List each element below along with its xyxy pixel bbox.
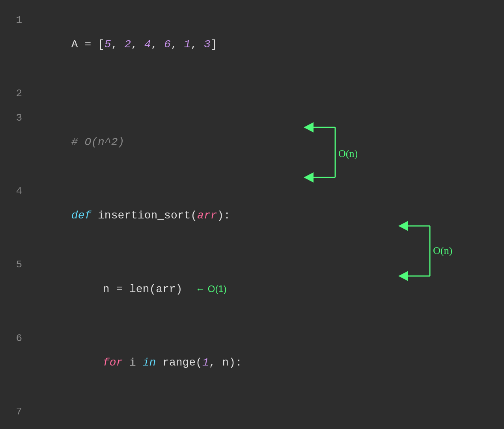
code-line-3: 3 # O(n^2) [0, 106, 504, 179]
line-content-3: # O(n^2) [32, 106, 504, 179]
line-num-3: 3 [0, 106, 32, 130]
code-line-5: 5 n = len(arr) ← O(1) [0, 252, 504, 326]
code-line-6: 6 for i in range(1, n): [0, 326, 504, 399]
line-num-2: 2 [0, 81, 32, 106]
line-content-6: for i in range(1, n): [32, 326, 504, 399]
line-content-1: A = [5, 2, 4, 6, 1, 3] [32, 8, 504, 81]
code-editor: 1 A = [5, 2, 4, 6, 1, 3] 2 3 # O(n^2) 4 … [0, 0, 504, 429]
line-num-4: 4 [0, 179, 32, 203]
line-content-5: n = len(arr) ← O(1) [32, 252, 504, 326]
line-content-7: key = arr[i] ← O(1) [32, 399, 504, 429]
line-content-4: def insertion_sort(arr): [32, 179, 504, 252]
code-line-4: 4 def insertion_sort(arr): [0, 179, 504, 252]
code-line-1: 1 A = [5, 2, 4, 6, 1, 3] [0, 8, 504, 81]
line-num-7: 7 [0, 399, 32, 424]
code-line-7: 7 key = arr[i] ← O(1) [0, 399, 504, 429]
line-num-6: 6 [0, 326, 32, 351]
code-line-2: 2 [0, 81, 504, 106]
line-num-1: 1 [0, 8, 32, 32]
line-num-5: 5 [0, 252, 32, 277]
